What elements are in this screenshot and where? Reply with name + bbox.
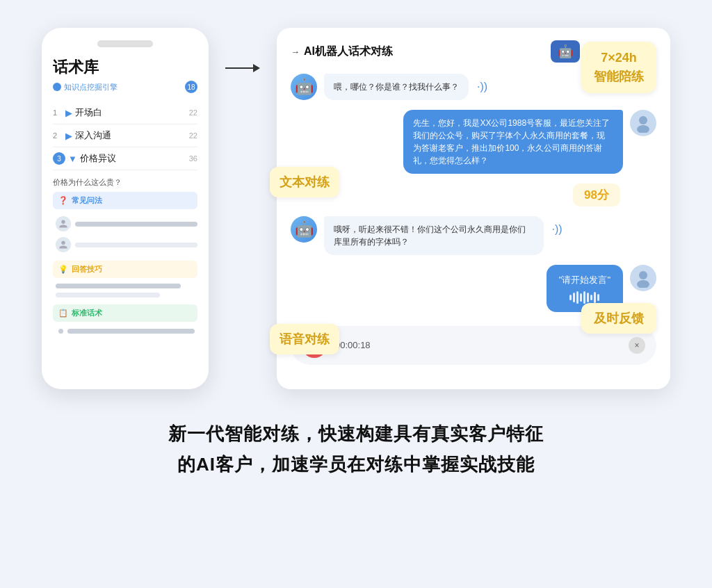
msg-bubble-2: 先生，您好，我是XX公司1988号客服，最近您关注了我们的公众号，购买了字体个人… <box>403 110 623 174</box>
svg-point-1 <box>637 125 649 133</box>
menu-item-2[interactable]: 2 ▶ 深入沟通 22 <box>53 124 197 147</box>
feedback-badge: 及时反馈 <box>581 303 656 334</box>
msg-text-1: 喂，哪位？你是谁？找我什么事？ <box>334 82 459 92</box>
avatar-sm-2 <box>56 237 71 252</box>
menu-label-1: 开场白 <box>75 106 189 119</box>
bot-icon-1: 🤖 <box>295 78 314 96</box>
phone-mockup: 话术库 知识点挖掘引擎 18 1 ▶ 开场白 22 2 ▶ 深入沟通 22 3 … <box>42 28 209 389</box>
bot-avatar-2: 🤖 <box>291 216 317 243</box>
user-avatar-1 <box>630 110 656 136</box>
msg-text-3: 哦呀，听起来很不错！你们这个公司永久商用是你们库里所有的字体吗？ <box>334 224 526 247</box>
badge-247-line1: 7×24h <box>594 49 644 67</box>
robot-emoji: 🤖 <box>558 44 573 59</box>
score-row: 98分 <box>291 183 656 206</box>
knowledge-icon <box>53 83 61 91</box>
menu-arrow-2: ▶ <box>65 131 72 141</box>
chat-title: AI机器人话术对练 <box>304 44 393 59</box>
phone-question: 价格为什么这么贵？ <box>53 177 197 188</box>
close-button[interactable]: × <box>629 337 645 354</box>
menu-num-3: 3 <box>53 152 65 165</box>
section-reply: 💡 回答技巧 <box>53 261 197 278</box>
msg-bubble-3: 哦呀，听起来很不错！你们这个公司永久商用是你们库里所有的字体吗？ <box>324 216 544 255</box>
menu-arrow-1: ▶ <box>65 108 72 118</box>
phone-subtitle: 知识点挖掘引擎 18 <box>53 81 197 93</box>
arrow-connector <box>225 64 260 72</box>
subtitle-text: 知识点挖掘引擎 <box>64 82 118 92</box>
user-avatar-2 <box>630 265 656 291</box>
standard-bar-1 <box>67 329 195 334</box>
avatar-sm-1 <box>56 216 71 231</box>
bot-avatar-1: 🤖 <box>291 74 317 100</box>
faq-icon: ❓ <box>58 196 68 205</box>
chat-mockup: 7×24h 智能陪练 → AI机器人话术对练 🤖 🤖 喂，哪位？你是谁？找我什么… <box>277 28 670 389</box>
sound-icon-2: ·)) <box>552 223 563 236</box>
arrow-connector-area <box>225 28 260 389</box>
phone-title: 话术库 <box>53 57 197 78</box>
reply-label: 回答技巧 <box>72 264 102 275</box>
chat-title-area: → AI机器人话术对练 <box>291 44 393 59</box>
faq-item-2 <box>53 234 197 255</box>
timer-display: 00:00:18 <box>335 340 371 350</box>
header-arrow-text: → <box>291 47 300 57</box>
menu-num-2: 2 <box>53 131 65 140</box>
phone-notch <box>97 40 153 47</box>
badge-247-line2: 智能陪练 <box>594 67 644 86</box>
menu-item-1[interactable]: 1 ▶ 开场白 22 <box>53 101 197 124</box>
svg-point-2 <box>639 271 647 279</box>
bot-icon-2: 🤖 <box>295 220 314 238</box>
msg-row-2: 先生，您好，我是XX公司1988号客服，最近您关注了我们的公众号，购买了字体个人… <box>291 110 656 174</box>
menu-item-3[interactable]: 3 ▼ 价格异议 36 <box>53 147 197 170</box>
arrow-head <box>253 64 260 72</box>
footer-line2: 的AI客户，加速学员在对练中掌握实战技能 <box>168 449 544 480</box>
svg-point-3 <box>637 280 649 288</box>
menu-arrow-3: ▼ <box>68 154 77 164</box>
section-standard: 📋 标准话术 <box>53 304 197 322</box>
bottom-text: 新一代智能对练，快速构建具有真实客户特征 的AI客户，加速学员在对练中掌握实战技… <box>168 418 544 480</box>
score-badge: 98分 <box>573 183 620 206</box>
robot-header-icon: 🤖 <box>551 40 580 63</box>
line-bar-2 <box>75 243 197 247</box>
faq-item-1 <box>53 213 197 234</box>
svg-point-0 <box>639 116 647 124</box>
menu-count-3: 36 <box>189 154 197 163</box>
msg-text-2: 先生，您好，我是XX公司1988号客服，最近您关注了我们的公众号，购买了字体个人… <box>413 118 610 165</box>
standard-icon: 📋 <box>58 309 68 318</box>
menu-label-3: 价格异议 <box>80 152 189 165</box>
reply-icon: 💡 <box>58 265 68 274</box>
faq-label: 常见问法 <box>72 195 102 206</box>
section-faq: ❓ 常见问法 <box>53 192 197 209</box>
text-practice-label: 文本对练 <box>270 167 339 197</box>
voice-practice-label: 语音对练 <box>270 324 339 354</box>
badge-247: 7×24h 智能陪练 <box>581 42 656 93</box>
waveform <box>559 291 610 304</box>
reply-bar-1 <box>56 284 181 288</box>
menu-label-2: 深入沟通 <box>75 129 189 142</box>
standard-dot-1 <box>58 329 63 334</box>
arrow-line <box>225 67 253 69</box>
footer-line1: 新一代智能对练，快速构建具有真实客户特征 <box>168 418 544 449</box>
speaking-text: "请开始发言" <box>559 273 610 287</box>
reply-bar-2 <box>56 293 160 297</box>
sound-icon-1: ·)) <box>477 81 487 93</box>
menu-num-1: 1 <box>53 108 65 117</box>
menu-count-2: 22 <box>189 131 197 140</box>
count-badge: 18 <box>185 81 197 93</box>
msg-row-3: 🤖 哦呀，听起来很不错！你们这个公司永久商用是你们库里所有的字体吗？ ·)) <box>291 216 656 255</box>
msg-bubble-1: 喂，哪位？你是谁？找我什么事？ <box>324 74 469 100</box>
line-bar-1 <box>75 222 197 227</box>
menu-count-1: 22 <box>189 108 197 117</box>
standard-label: 标准话术 <box>72 308 102 318</box>
